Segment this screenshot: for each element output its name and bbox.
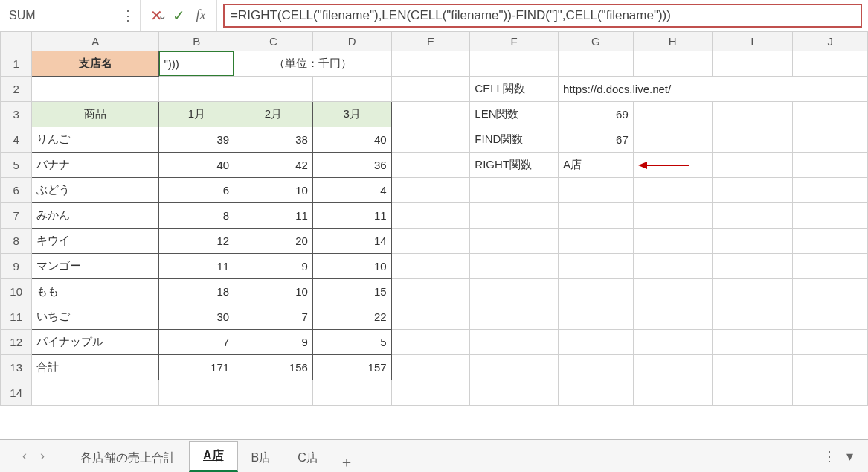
col-header[interactable]: C <box>234 32 313 51</box>
col-header[interactable]: H <box>633 32 712 51</box>
cell[interactable] <box>793 330 868 355</box>
cell[interactable] <box>470 229 559 254</box>
cell[interactable] <box>712 203 793 229</box>
cell[interactable] <box>793 279 868 304</box>
row-header[interactable]: 7 <box>1 203 32 229</box>
cell[interactable] <box>559 203 634 229</box>
cell[interactable] <box>391 229 470 254</box>
table-row-val[interactable]: 39 <box>159 127 234 153</box>
cell[interactable] <box>712 279 793 304</box>
table-row-name[interactable]: パイナップル <box>32 330 159 355</box>
table-header[interactable]: 商品 <box>32 102 159 127</box>
table-row-val[interactable]: 11 <box>159 254 234 279</box>
row-header[interactable]: 14 <box>1 380 32 406</box>
cell-F3[interactable]: LEN関数 <box>470 102 559 127</box>
cell[interactable] <box>793 178 868 203</box>
cell[interactable] <box>633 279 712 304</box>
cancel-icon[interactable]: ✕ <box>145 0 167 31</box>
cell[interactable] <box>391 178 470 203</box>
cell[interactable] <box>633 330 712 355</box>
cell-F4[interactable]: FIND関数 <box>470 127 559 153</box>
col-header[interactable]: A <box>32 32 159 51</box>
cell-unit-label[interactable]: （単位：千円） <box>234 51 391 77</box>
row-header[interactable]: 8 <box>1 229 32 254</box>
col-header[interactable]: B <box>159 32 234 51</box>
cell[interactable] <box>391 77 470 102</box>
table-row-val[interactable]: 18 <box>159 279 234 304</box>
cell[interactable] <box>312 77 391 102</box>
cell[interactable] <box>793 229 868 254</box>
row-header[interactable]: 6 <box>1 178 32 203</box>
table-row-val[interactable]: 20 <box>234 229 313 254</box>
cell[interactable] <box>470 304 559 330</box>
cell-A1[interactable]: 支店名 <box>32 51 159 77</box>
cell[interactable] <box>712 178 793 203</box>
sheet-tab[interactable]: C店 <box>284 444 332 472</box>
sheet-tab-active[interactable]: A店 <box>189 441 238 472</box>
cell[interactable] <box>391 153 470 178</box>
table-row-val[interactable]: 10 <box>234 178 313 203</box>
cell[interactable] <box>633 51 712 77</box>
cell[interactable] <box>234 380 313 406</box>
table-row-val[interactable]: 15 <box>312 279 391 304</box>
table-row-val[interactable]: 14 <box>312 229 391 254</box>
select-all-corner[interactable] <box>1 32 32 51</box>
cell-G4[interactable]: 67 <box>559 127 634 153</box>
cell[interactable] <box>633 254 712 279</box>
cell[interactable] <box>793 355 868 380</box>
cell[interactable] <box>633 178 712 203</box>
cell[interactable] <box>633 203 712 229</box>
row-header[interactable]: 1 <box>1 51 32 77</box>
cell[interactable] <box>391 127 470 153</box>
table-header[interactable]: 2月 <box>234 102 313 127</box>
cell[interactable] <box>159 77 234 102</box>
row-header[interactable]: 3 <box>1 102 32 127</box>
cell[interactable] <box>391 279 470 304</box>
spreadsheet-grid[interactable]: A B C D E F G H I J 1 支店名 "))) （単位：千円） <box>0 31 868 439</box>
col-header[interactable]: D <box>312 32 391 51</box>
col-header[interactable]: J <box>793 32 868 51</box>
table-row-val[interactable]: 5 <box>312 330 391 355</box>
col-header[interactable]: F <box>470 32 559 51</box>
cell[interactable] <box>712 51 793 77</box>
cell[interactable] <box>391 51 470 77</box>
table-row-val[interactable]: 6 <box>159 178 234 203</box>
row-header[interactable]: 9 <box>1 254 32 279</box>
cell[interactable] <box>559 229 634 254</box>
sheet-tab[interactable]: 各店舗の売上合計 <box>67 444 189 472</box>
cell[interactable] <box>633 304 712 330</box>
cell[interactable] <box>391 380 470 406</box>
cell[interactable] <box>712 355 793 380</box>
table-row-val[interactable]: 156 <box>234 355 313 380</box>
table-row-val[interactable]: 8 <box>159 203 234 229</box>
cell[interactable] <box>234 77 313 102</box>
cell[interactable] <box>470 178 559 203</box>
cell[interactable] <box>712 102 793 127</box>
cell[interactable] <box>559 279 634 304</box>
formula-input[interactable] <box>223 4 862 28</box>
table-row-val[interactable]: 157 <box>312 355 391 380</box>
tabs-next-icon[interactable]: › <box>36 448 49 464</box>
cell[interactable] <box>793 254 868 279</box>
table-row-val[interactable]: 4 <box>312 178 391 203</box>
fx-icon[interactable]: fx <box>190 0 212 31</box>
cell[interactable] <box>470 51 559 77</box>
table-row-val[interactable]: 12 <box>159 229 234 254</box>
menu-caret-icon[interactable]: ▾ <box>846 448 853 465</box>
cell[interactable] <box>470 355 559 380</box>
table-row-val[interactable]: 11 <box>234 203 313 229</box>
row-header[interactable]: 5 <box>1 153 32 178</box>
table-header[interactable]: 3月 <box>312 102 391 127</box>
cell[interactable] <box>712 153 793 178</box>
row-header[interactable]: 10 <box>1 279 32 304</box>
cell[interactable] <box>712 229 793 254</box>
cell[interactable] <box>793 153 868 178</box>
cell[interactable] <box>633 127 712 153</box>
cell-G2[interactable]: https://d.docs.live.net/ <box>559 77 868 102</box>
table-row-val[interactable]: 171 <box>159 355 234 380</box>
table-row-val[interactable]: 30 <box>159 304 234 330</box>
cell[interactable] <box>793 380 868 406</box>
table-row-val[interactable]: 9 <box>234 330 313 355</box>
cell[interactable] <box>470 279 559 304</box>
cell[interactable] <box>470 254 559 279</box>
